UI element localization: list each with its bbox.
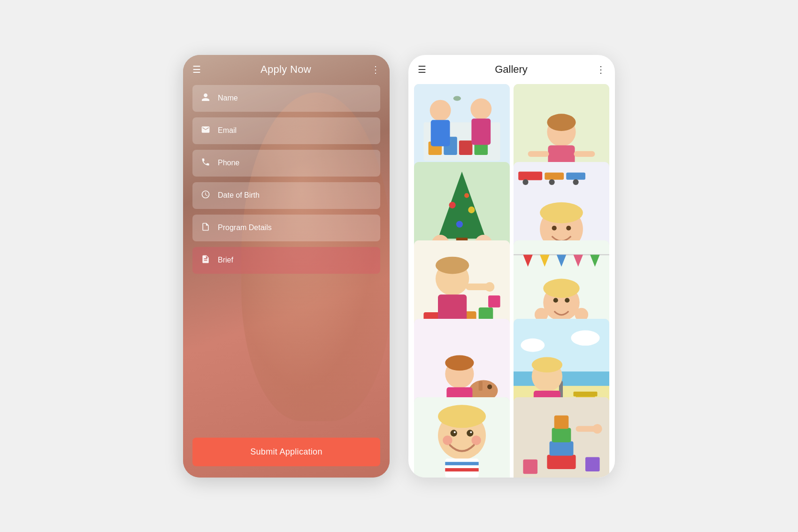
svg-point-10 (453, 96, 461, 100)
svg-rect-126 (547, 455, 575, 469)
more-options-icon-left[interactable]: ⋮ (371, 64, 380, 75)
hamburger-menu-icon[interactable]: ☰ (192, 64, 201, 75)
right-phone: ☰ Gallery ⋮ (408, 55, 615, 478)
gallery-grid (408, 80, 615, 478)
dob-field[interactable]: Date of Birth (192, 182, 380, 209)
svg-rect-92 (479, 381, 483, 391)
person-icon (201, 93, 211, 104)
svg-point-39 (522, 179, 528, 185)
name-label: Name (218, 94, 238, 102)
submit-button[interactable]: Submit Application (192, 438, 380, 466)
email-field[interactable]: Email (192, 117, 380, 144)
svg-rect-9 (471, 118, 491, 145)
svg-rect-124 (445, 468, 478, 471)
svg-point-6 (430, 100, 451, 121)
svg-point-28 (468, 207, 475, 213)
page-title-right: Gallery (495, 63, 528, 76)
brief-field[interactable]: Brief (192, 247, 380, 274)
svg-rect-103 (573, 392, 597, 396)
gallery-item-9[interactable] (414, 397, 510, 478)
email-label: Email (218, 126, 237, 135)
phone-icon (201, 157, 211, 169)
svg-point-49 (552, 226, 557, 231)
svg-point-30 (464, 193, 469, 198)
svg-point-133 (592, 424, 602, 433)
hamburger-menu-icon-right[interactable]: ☰ (418, 64, 426, 75)
svg-rect-129 (554, 415, 569, 429)
top-bar-right: ☰ Gallery ⋮ (408, 55, 615, 80)
svg-rect-22 (528, 151, 549, 156)
svg-rect-130 (523, 459, 537, 474)
svg-point-91 (487, 385, 492, 389)
document-icon (201, 222, 211, 234)
svg-rect-7 (431, 120, 450, 146)
svg-point-115 (438, 405, 486, 428)
program-label: Program Details (218, 224, 272, 232)
svg-point-63 (436, 257, 469, 274)
brief-icon (201, 254, 211, 266)
svg-point-80 (553, 298, 558, 303)
svg-point-29 (456, 221, 463, 228)
phone-label: Phone (218, 159, 239, 167)
phone-field[interactable]: Phone (192, 150, 380, 177)
svg-rect-123 (445, 462, 478, 465)
svg-point-116 (451, 430, 457, 436)
dob-label: Date of Birth (218, 191, 260, 200)
svg-rect-131 (585, 457, 600, 471)
email-icon (201, 125, 211, 137)
name-field[interactable]: Name (192, 85, 380, 112)
svg-rect-23 (574, 151, 595, 156)
svg-point-110 (532, 357, 562, 373)
svg-point-8 (470, 98, 491, 119)
svg-rect-127 (550, 441, 574, 456)
svg-point-27 (449, 202, 455, 208)
svg-rect-37 (545, 173, 564, 180)
svg-point-21 (547, 114, 575, 131)
svg-point-62 (485, 282, 494, 292)
svg-point-79 (543, 279, 580, 298)
svg-rect-128 (552, 428, 571, 442)
svg-rect-58 (488, 295, 500, 307)
clock-icon (201, 190, 211, 201)
program-field[interactable]: Program Details (192, 215, 380, 241)
svg-rect-4 (459, 140, 473, 155)
svg-point-81 (565, 298, 569, 303)
gallery-item-10[interactable] (514, 397, 609, 478)
top-bar-left: ☰ Apply Now ⋮ (183, 55, 390, 80)
svg-rect-122 (445, 458, 478, 477)
svg-point-120 (443, 435, 452, 445)
svg-point-118 (454, 431, 456, 433)
svg-point-40 (549, 179, 554, 185)
svg-point-48 (540, 202, 583, 224)
left-phone: ☰ Apply Now ⋮ Name Email Phone (183, 55, 390, 478)
svg-point-121 (471, 435, 481, 445)
svg-point-119 (470, 431, 472, 433)
svg-point-117 (467, 430, 473, 436)
page-title-left: Apply Now (261, 63, 311, 76)
svg-rect-38 (566, 173, 585, 180)
svg-point-41 (573, 179, 578, 185)
form-area: Name Email Phone Date of Birth Program D (183, 80, 390, 430)
svg-point-98 (445, 355, 474, 370)
brief-label: Brief (218, 256, 233, 264)
svg-rect-36 (518, 172, 542, 180)
svg-point-112 (571, 330, 599, 346)
more-options-icon-right[interactable]: ⋮ (596, 64, 606, 75)
svg-point-50 (566, 226, 571, 231)
svg-point-111 (521, 339, 545, 352)
